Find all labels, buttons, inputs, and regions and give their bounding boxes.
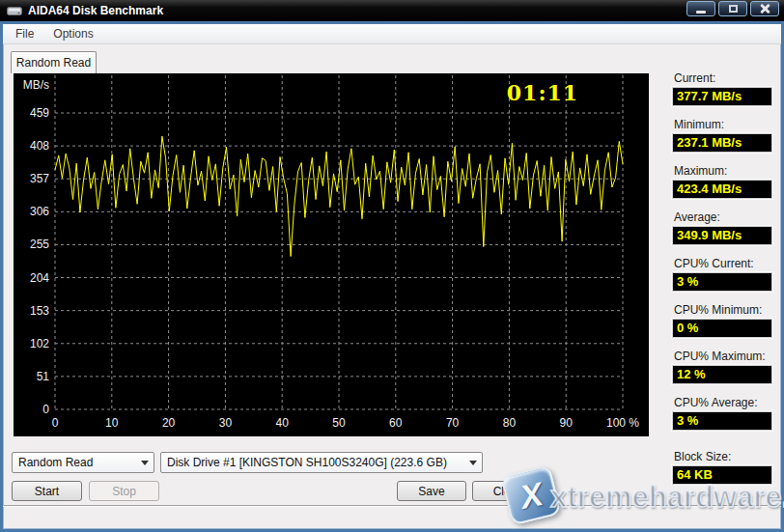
- x-tick-label: 10: [105, 416, 119, 430]
- maximize-button[interactable]: [718, 1, 747, 16]
- chevron-down-icon: [464, 453, 482, 472]
- y-tick-label: 102: [30, 337, 49, 350]
- x-tick-label: 100 %: [606, 416, 639, 430]
- benchmark-chart: 0511021532042553063574084590102030405060…: [14, 73, 649, 436]
- drive-select[interactable]: Disk Drive #1 [KINGSTON SH100S3240G] (22…: [160, 452, 483, 473]
- app-window: AIDA64 Disk Benchmark File Options Rando…: [0, 0, 784, 532]
- y-tick-label: 459: [30, 106, 49, 120]
- stat-current: Current: 377.7 MB/s: [672, 71, 772, 106]
- stat-cpu-minimum: CPU% Minimum: 0 %: [672, 303, 772, 338]
- stat-label: CPU% Average:: [672, 396, 772, 411]
- y-axis-label: MB/s: [23, 78, 49, 92]
- y-tick-label: 255: [30, 238, 49, 251]
- y-tick-label: 0: [42, 403, 49, 416]
- stat-label: CPU% Current:: [672, 257, 772, 272]
- menu-item-file[interactable]: File: [7, 25, 42, 42]
- stat-label: CPU% Minimum:: [672, 303, 772, 319]
- elapsed-time: 01:11: [492, 80, 593, 105]
- window-title: AIDA64 Disk Benchmark: [28, 4, 163, 17]
- y-tick-label: 306: [30, 205, 49, 218]
- chart-panel: 0511021532042553063574084590102030405060…: [14, 73, 649, 436]
- x-tick-label: 0: [52, 416, 59, 430]
- x-tick-label: 50: [332, 416, 346, 430]
- x-tick-label: 60: [389, 416, 403, 430]
- y-tick-label: 51: [37, 370, 50, 383]
- start-button[interactable]: Start: [12, 481, 82, 501]
- stat-value: 237.1 MB/s: [672, 133, 772, 153]
- y-tick-label: 408: [30, 139, 49, 153]
- tab-random-read[interactable]: Random Read: [11, 51, 97, 73]
- stat-minimum: Minimum: 237.1 MB/s: [672, 118, 772, 153]
- stat-value: 3 %: [672, 272, 772, 292]
- stat-value: 377.7 MB/s: [672, 87, 772, 106]
- x-tick-label: 90: [560, 416, 574, 430]
- stat-label: Average:: [672, 210, 772, 226]
- disk-drive-icon: [7, 6, 22, 16]
- clear-button[interactable]: Clear: [472, 481, 542, 501]
- stat-value: 349.9 MB/s: [672, 226, 772, 245]
- status-bar-divider: [3, 505, 781, 507]
- minimize-button[interactable]: [686, 1, 715, 16]
- x-tick-label: 40: [276, 416, 290, 430]
- stat-value: 12 %: [672, 365, 772, 384]
- drive-select-value: Disk Drive #1 [KINGSTON SH100S3240G] (22…: [161, 456, 464, 469]
- stat-cpu-maximum: CPU% Maximum: 12 %: [672, 350, 772, 384]
- y-tick-label: 153: [30, 304, 49, 318]
- stat-label: Minimum:: [672, 118, 772, 133]
- stat-value: 64 KB: [672, 465, 772, 485]
- stat-value: 0 %: [672, 319, 772, 338]
- x-tick-label: 80: [503, 416, 517, 430]
- stat-label: Block Size:: [672, 450, 772, 465]
- minimize-icon: [696, 11, 706, 14]
- stat-label: Current:: [672, 71, 772, 87]
- x-tick-label: 70: [446, 416, 460, 430]
- stats-panel: Current: 377.7 MB/s Minimum: 237.1 MB/s …: [672, 71, 772, 442]
- chevron-down-icon: [136, 453, 154, 472]
- close-button[interactable]: [750, 1, 779, 16]
- stat-average: Average: 349.9 MB/s: [672, 210, 772, 245]
- save-button[interactable]: Save: [397, 481, 466, 501]
- maximize-icon: [729, 5, 738, 13]
- benchmark-select[interactable]: Random Read: [12, 452, 154, 473]
- stat-value: 3 %: [672, 411, 772, 431]
- y-tick-label: 357: [30, 172, 49, 185]
- title-bar[interactable]: AIDA64 Disk Benchmark: [0, 0, 784, 21]
- benchmark-select-value: Random Read: [13, 456, 136, 469]
- stat-label: Maximum:: [672, 164, 772, 180]
- stat-value: 423.4 MB/s: [672, 180, 772, 199]
- stat-maximum: Maximum: 423.4 MB/s: [672, 164, 772, 199]
- y-tick-label: 204: [30, 271, 49, 285]
- menu-item-options[interactable]: Options: [44, 25, 101, 42]
- stat-label: CPU% Maximum:: [672, 350, 772, 365]
- close-icon: [759, 3, 770, 14]
- x-tick-label: 20: [162, 416, 176, 430]
- stat-cpu-average: CPU% Average: 3 %: [672, 396, 772, 431]
- menu-bar: File Options: [3, 24, 781, 44]
- stat-cpu-current: CPU% Current: 3 %: [672, 257, 772, 292]
- x-tick-label: 30: [219, 416, 233, 430]
- stop-button[interactable]: Stop: [89, 481, 159, 501]
- stat-block-size: Block Size: 64 KB: [672, 450, 772, 485]
